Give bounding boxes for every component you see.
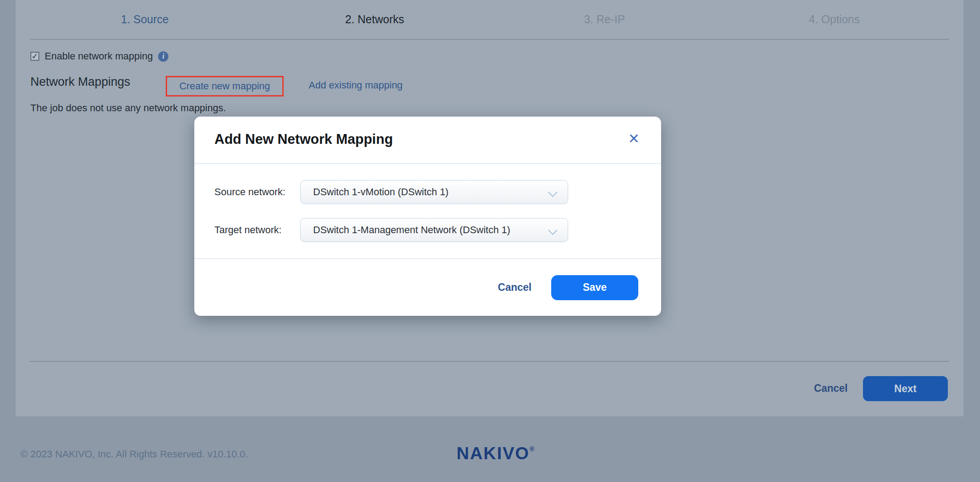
app-screen: 1. Source 2. Networks 3. Re-IP 4. Option… xyxy=(0,0,980,482)
step-re-ip[interactable]: 3. Re-IP xyxy=(490,13,720,26)
source-network-value: DSwitch 1-vMotion (DSwitch 1) xyxy=(313,186,448,198)
registered-mark: ® xyxy=(530,445,534,453)
step-options[interactable]: 4. Options xyxy=(720,13,950,26)
step-networks[interactable]: 2. Networks xyxy=(260,13,490,26)
target-network-select[interactable]: DSwitch 1-Management Network (DSwitch 1) xyxy=(300,218,568,242)
create-new-mapping-link[interactable]: Create new mapping xyxy=(179,80,270,92)
enable-network-mapping-row: ✓ Enable network mapping i xyxy=(30,50,168,62)
copyright-text: © 2023 NAKIVO, Inc. All Rights Reserved.… xyxy=(21,448,248,460)
source-network-label: Source network: xyxy=(214,180,285,204)
add-network-mapping-dialog: Add New Network Mapping ✕ Source network… xyxy=(194,117,661,316)
nakivo-logo-text: NAKIVO xyxy=(456,444,530,463)
nakivo-logo: NAKIVO® xyxy=(456,444,534,463)
wizard-steps: 1. Source 2. Networks 3. Re-IP 4. Option… xyxy=(30,0,949,40)
step-source[interactable]: 1. Source xyxy=(30,13,260,26)
chevron-down-icon xyxy=(548,226,557,235)
dialog-footer: Cancel Save xyxy=(194,258,661,316)
page-title: Network Mappings xyxy=(30,75,130,89)
target-network-value: DSwitch 1-Management Network (DSwitch 1) xyxy=(313,224,510,236)
target-network-row: Target network: DSwitch 1-Management Net… xyxy=(194,218,661,242)
chevron-down-icon xyxy=(548,188,557,197)
close-icon[interactable]: ✕ xyxy=(628,130,640,147)
footer-divider xyxy=(30,361,949,362)
enable-network-mapping-checkbox[interactable]: ✓ xyxy=(30,52,39,61)
dialog-cancel-button[interactable]: Cancel xyxy=(498,281,532,293)
wizard-next-button[interactable]: Next xyxy=(863,376,948,401)
target-network-label: Target network: xyxy=(214,218,281,242)
source-network-select[interactable]: DSwitch 1-vMotion (DSwitch 1) xyxy=(300,180,568,204)
info-icon[interactable]: i xyxy=(158,51,168,62)
save-button[interactable]: Save xyxy=(551,275,638,300)
empty-mappings-text: The job does not use any network mapping… xyxy=(30,102,226,114)
highlight-box: Create new mapping xyxy=(166,76,284,96)
source-network-row: Source network: DSwitch 1-vMotion (DSwit… xyxy=(194,180,661,204)
add-existing-mapping-link[interactable]: Add existing mapping xyxy=(309,80,402,91)
dialog-body: Source network: DSwitch 1-vMotion (DSwit… xyxy=(194,164,661,258)
enable-network-mapping-label: Enable network mapping xyxy=(45,50,153,62)
wizard-cancel-button[interactable]: Cancel xyxy=(806,382,855,394)
dialog-header: Add New Network Mapping ✕ xyxy=(194,117,661,164)
dialog-title: Add New Network Mapping xyxy=(214,131,393,147)
